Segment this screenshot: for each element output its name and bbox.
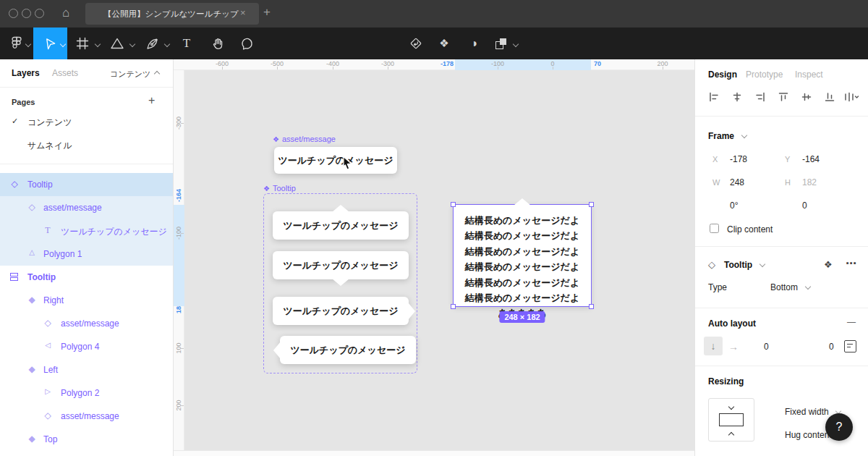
component-set-frame[interactable]: ツールチップのメッセージ ツールチップのメッセージ ツールチップのメッセージ ツ… — [263, 193, 417, 373]
more-options-icon[interactable]: ⋯ — [846, 257, 856, 270]
layer-row-top-variant[interactable]: ◆ Top — [0, 428, 173, 451]
height-value[interactable]: 182 — [802, 177, 817, 187]
layout-alignment-button[interactable] — [844, 340, 856, 352]
frame-tool-button[interactable] — [69, 28, 95, 59]
align-bottom-button[interactable] — [824, 91, 835, 106]
add-page-button[interactable]: + — [148, 94, 155, 107]
width-value[interactable]: 248 — [730, 177, 744, 187]
resizing-diagram[interactable] — [708, 398, 754, 442]
y-value[interactable]: -164 — [802, 154, 820, 164]
window-close-button[interactable] — [9, 9, 18, 18]
pen-tool-chevron-icon[interactable] — [164, 41, 170, 47]
tab-close-icon[interactable]: × — [240, 8, 246, 17]
variant-type-dropdown[interactable]: Bottom — [770, 282, 810, 292]
clip-content-checkbox[interactable] — [710, 224, 719, 233]
instance-hover-label[interactable]: ❖asset/message — [273, 135, 336, 143]
layer-row-polygon1[interactable]: △ Polygon 1 — [0, 242, 173, 266]
tooltip-variant-top[interactable]: ツールチップのメッセージ — [273, 211, 409, 240]
layer-row-asset-message[interactable]: ◇ asset/message — [0, 312, 173, 335]
tab-inspect[interactable]: Inspect — [795, 69, 823, 80]
layer-row-asset-message[interactable]: ◇ asset/message — [0, 196, 173, 219]
selection-handle[interactable] — [451, 202, 456, 207]
selection-handle[interactable] — [451, 304, 456, 309]
mask-icon[interactable]: ◑ — [464, 28, 484, 59]
layer-row-right-variant[interactable]: ◆ Right — [0, 289, 173, 312]
layer-row-polygon4[interactable]: ◁ Polygon 4 — [0, 335, 173, 358]
layout-direction-horizontal-button[interactable]: → — [728, 341, 739, 352]
selection-handle[interactable] — [589, 202, 594, 207]
x-value[interactable]: -178 — [730, 154, 747, 164]
text-tool-button[interactable]: T — [174, 28, 200, 59]
pages-header: Pages — [12, 98, 35, 106]
clip-content-label: Clip content — [727, 224, 773, 235]
window-minimize-button[interactable] — [22, 9, 31, 18]
align-left-button[interactable] — [708, 91, 720, 106]
page-item-thumbnail[interactable]: サムネイル — [0, 134, 173, 156]
layer-row-tooltip-instance[interactable]: ◇ Tooltip — [0, 173, 173, 196]
component-set-label[interactable]: ❖Tooltip — [263, 184, 296, 193]
boolean-union-icon — [495, 38, 506, 49]
align-horizontal-center-button[interactable] — [731, 91, 743, 106]
align-vertical-center-button[interactable] — [801, 91, 812, 106]
boolean-groups-button[interactable] — [492, 28, 509, 59]
item-spacing-value[interactable]: 0 — [764, 342, 769, 352]
edit-instance-button[interactable] — [406, 28, 426, 59]
text-layer-icon: T — [42, 225, 54, 236]
layer-row-text[interactable]: T ツールチップのメッセージ — [0, 219, 173, 242]
divider — [695, 366, 868, 366]
ruler-label: -178 — [425, 60, 469, 67]
corner-radius-value[interactable]: 0 — [802, 200, 807, 211]
tab-design[interactable]: Design — [708, 69, 737, 80]
tab-prototype[interactable]: Prototype — [746, 69, 783, 80]
new-tab-icon[interactable]: + — [263, 6, 271, 18]
window-tab-bar: ⌂ 【公開用】シンプルなツールチップ・... × + — [0, 0, 868, 28]
padding-value[interactable]: 0 — [829, 342, 834, 352]
layer-name: Left — [43, 365, 58, 375]
shape-tool-button[interactable] — [104, 28, 130, 59]
component-name-dropdown[interactable]: Tooltip — [724, 260, 765, 270]
boolean-chevron-icon[interactable] — [513, 41, 519, 47]
layer-row-polygon2[interactable]: ▷ Polygon 2 — [0, 381, 173, 405]
layer-row-left-variant[interactable]: ◆ Left — [0, 358, 173, 381]
page-item-contents[interactable]: ✓ コンテンツ — [0, 111, 173, 132]
divider — [695, 246, 868, 247]
polygon-icon: △ — [26, 248, 38, 256]
layer-row-tooltip-set[interactable]: Tooltip — [0, 266, 173, 289]
tab-layers[interactable]: Layers — [12, 68, 40, 78]
tooltip-variant-right[interactable]: ツールチップのメッセージ — [273, 297, 409, 325]
distribute-button[interactable] — [843, 91, 859, 106]
tooltip-preview[interactable]: ツールチップのメッセージ — [274, 147, 397, 174]
instance-icon: ◇ — [9, 179, 20, 189]
frame-section-header[interactable]: Frame — [708, 131, 746, 141]
hand-tool-button[interactable] — [204, 28, 231, 59]
shape-tool-chevron-icon[interactable] — [129, 41, 135, 47]
layer-name: Right — [43, 295, 64, 305]
selected-tooltip-instance[interactable]: 結構長めのメッセージだよ結構長めのメッセージだよ結構長めのメッセージだよ結構長め… — [454, 205, 591, 306]
width-label: W — [712, 178, 720, 187]
create-component-icon[interactable]: ❖ — [434, 28, 454, 59]
comment-tool-button[interactable] — [233, 28, 260, 59]
left-panel-tabs: Layers Assets コンテンツ — [0, 59, 173, 88]
rotation-value[interactable]: 0° — [730, 200, 738, 211]
home-icon[interactable]: ⌂ — [62, 6, 69, 20]
window-zoom-button[interactable] — [35, 9, 44, 18]
align-top-button[interactable] — [778, 91, 789, 106]
remove-auto-layout-button[interactable]: — — [847, 317, 856, 327]
height-label: H — [785, 178, 791, 187]
layer-row-asset-message[interactable]: ◇ asset/message — [0, 405, 173, 428]
frame-header-label: Frame — [708, 131, 734, 141]
width-mode-value: Fixed width — [785, 407, 829, 417]
frame-tool-chevron-icon[interactable] — [95, 41, 101, 47]
layout-direction-vertical-button[interactable]: ↓ — [704, 337, 723, 355]
tab-assets[interactable]: Assets — [52, 68, 78, 78]
document-tab[interactable]: 【公開用】シンプルなツールチップ・... — [85, 3, 259, 25]
selection-handle[interactable] — [589, 304, 594, 309]
tooltip-variant-left[interactable]: ツールチップのメッセージ — [280, 336, 416, 364]
align-right-button[interactable] — [754, 91, 766, 106]
tooltip-variant-bottom[interactable]: ツールチップのメッセージ — [273, 251, 409, 279]
swap-instance-icon[interactable]: ❖ — [824, 259, 833, 270]
pen-tool-button[interactable] — [139, 28, 165, 59]
page-selector[interactable]: コンテンツ — [110, 69, 159, 80]
component-name: Tooltip — [724, 260, 752, 270]
help-button[interactable]: ? — [825, 413, 853, 441]
